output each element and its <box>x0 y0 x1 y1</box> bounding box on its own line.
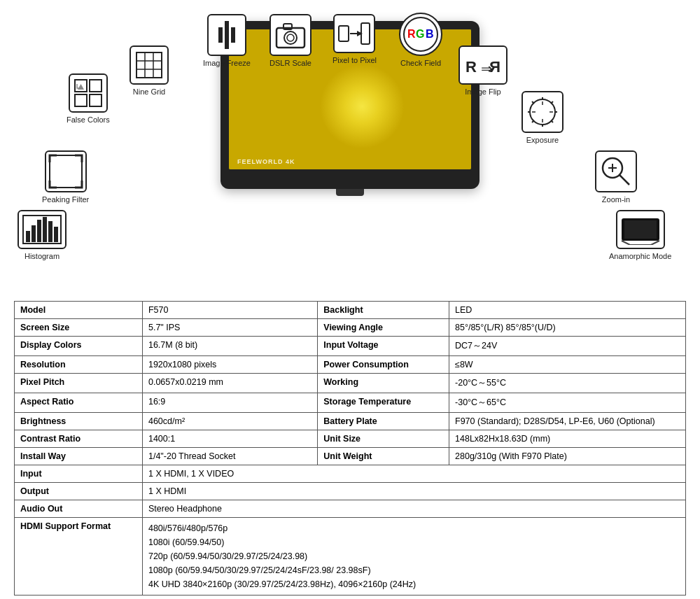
spec-label2: Working <box>318 374 449 393</box>
spec-label: Aspect Ratio <box>15 393 143 413</box>
spec-label2: Input Voltage <box>318 337 449 356</box>
image-freeze-label: Image Freeze <box>203 59 251 67</box>
svg-text:B: B <box>426 28 434 40</box>
svg-rect-55 <box>43 217 47 242</box>
table-row: Brightness460cd/m²Battery PlateF970 (Sta… <box>15 413 686 430</box>
svg-rect-17 <box>339 26 349 41</box>
svg-rect-57 <box>54 227 58 242</box>
svg-line-42 <box>620 175 629 185</box>
svg-line-48 <box>651 241 659 245</box>
svg-rect-50 <box>50 155 82 188</box>
svg-line-36 <box>532 120 534 122</box>
spec-value: 460cd/m² <box>142 413 317 430</box>
image-flip-label: Image Flip <box>465 87 500 96</box>
spec-value: 480i/576i/480p/576p 1080i (60/59.94/50) … <box>142 518 685 596</box>
spec-label2: Power Consumption <box>318 356 449 374</box>
spec-value: 16:9 <box>142 393 317 413</box>
icon-image-flip: R ⇒ R Image Flip <box>458 45 507 96</box>
spec-value2: DC7～24V <box>449 337 686 356</box>
spec-value: 1400:1 <box>142 430 317 448</box>
svg-line-33 <box>532 101 534 104</box>
icon-image-freeze: Image Freeze <box>203 14 251 67</box>
svg-rect-1 <box>90 80 102 92</box>
spec-value: 1 X HDMI, 1 X VIDEO <box>142 465 685 483</box>
svg-text:R: R <box>489 58 500 76</box>
table-row: Pixel Pitch0.0657x0.0219 mmWorking-20°C～… <box>15 374 686 393</box>
false-colors-label: False Colors <box>66 115 110 124</box>
spec-value: 0.0657x0.0219 mm <box>142 374 317 393</box>
svg-point-16 <box>287 34 294 41</box>
svg-rect-5 <box>136 52 162 78</box>
icon-anamorphic: Anamorphic Mode <box>609 210 671 260</box>
spec-label2: Unit Size <box>318 430 449 448</box>
specs-container: ModelF570BacklightLEDScreen Size5.7" IPS… <box>0 294 700 599</box>
icon-false-colors: False Colors <box>66 73 110 124</box>
svg-rect-52 <box>26 231 30 242</box>
table-row: Resolution1920x1080 pixelsPower Consumpt… <box>15 356 686 374</box>
table-row: Output1 X HDMI <box>15 483 686 500</box>
table-row: Contrast Ratio1400:1Unit Size148Lx82Hx18… <box>15 430 686 448</box>
table-row: Audio OutStereo Headphone <box>15 500 686 518</box>
spec-value2: -30°C～65°C <box>449 393 686 413</box>
svg-rect-11 <box>218 27 223 43</box>
icon-nine-grid: Nine Grid <box>130 45 169 96</box>
histogram-label: Histogram <box>24 252 59 260</box>
spec-label: Audio Out <box>15 500 143 518</box>
spec-label2: Backlight <box>318 302 449 319</box>
icon-check-field: R G B Check Field <box>399 13 442 67</box>
zoom-in-label: Zoom-in <box>602 195 630 204</box>
spec-label: Input <box>15 465 143 483</box>
icon-exposure: Exposure <box>522 91 564 144</box>
svg-rect-46 <box>624 220 657 239</box>
dslr-scale-label: DSLR Scale <box>270 59 312 67</box>
icon-peaking-filter: Peaking Filter <box>42 150 89 204</box>
spec-value: F570 <box>142 302 317 319</box>
svg-rect-2 <box>75 94 87 106</box>
svg-line-34 <box>551 120 553 122</box>
icon-histogram: Histogram <box>18 210 66 260</box>
svg-text:R: R <box>465 58 477 76</box>
spec-label: Install Way <box>15 448 143 465</box>
spec-label: Output <box>15 483 143 500</box>
svg-line-35 <box>551 101 553 104</box>
spec-value: 1 X HDMI <box>142 483 685 500</box>
check-field-label: Check Field <box>400 59 441 67</box>
svg-rect-3 <box>90 94 102 106</box>
svg-rect-53 <box>31 225 36 242</box>
spec-value2: 148Lx82Hx18.63D (mm) <box>449 430 686 448</box>
monitor-brand-label: FEELWORLD 4K <box>237 158 295 165</box>
icon-zoom-in: Zoom-in <box>595 150 637 204</box>
spec-label: Brightness <box>15 413 143 430</box>
spec-label2: Viewing Angle <box>318 319 449 337</box>
nine-grid-label: Nine Grid <box>133 87 165 96</box>
svg-rect-54 <box>37 220 41 242</box>
table-row: Screen Size5.7" IPSViewing Angle85°/85°(… <box>15 319 686 337</box>
spec-label2: Battery Plate <box>318 413 449 430</box>
spec-label: Screen Size <box>15 319 143 337</box>
spec-value: Stereo Headphone <box>142 500 685 518</box>
spec-value2: LED <box>449 302 686 319</box>
spec-label: Resolution <box>15 356 143 374</box>
pixel-to-pixel-label: Pixel to Pixel <box>332 56 377 64</box>
spec-value2: 85°/85°(L/R) 85°/85°(U/D) <box>449 319 686 337</box>
svg-text:R: R <box>407 28 416 40</box>
svg-rect-12 <box>231 27 235 43</box>
svg-rect-10 <box>225 21 229 49</box>
exposure-label: Exposure <box>526 136 559 144</box>
spec-value: 1920x1080 pixels <box>142 356 317 374</box>
specs-table: ModelF570BacklightLEDScreen Size5.7" IPS… <box>14 301 686 596</box>
spec-label: HDMI Support Format <box>15 518 143 596</box>
spec-value: 16.7M (8 bit) <box>142 337 317 356</box>
spec-value2: 280g/310g (With F970 Plate) <box>449 448 686 465</box>
table-row: ModelF570BacklightLED <box>15 302 686 319</box>
svg-point-15 <box>284 31 297 44</box>
svg-marker-4 <box>78 84 84 90</box>
table-row: Aspect Ratio16:9Storage Temperature-30°C… <box>15 393 686 413</box>
table-row: Input1 X HDMI, 1 X VIDEO <box>15 465 686 483</box>
spec-value2: -20°C～55°C <box>449 374 686 393</box>
table-row: HDMI Support Format480i/576i/480p/576p 1… <box>15 518 686 596</box>
spec-label2: Unit Weight <box>318 448 449 465</box>
spec-value2: F970 (Standard); D28S/D54, LP-E6, U60 (O… <box>449 413 686 430</box>
spec-value: 5.7" IPS <box>142 319 317 337</box>
svg-rect-56 <box>48 221 52 242</box>
